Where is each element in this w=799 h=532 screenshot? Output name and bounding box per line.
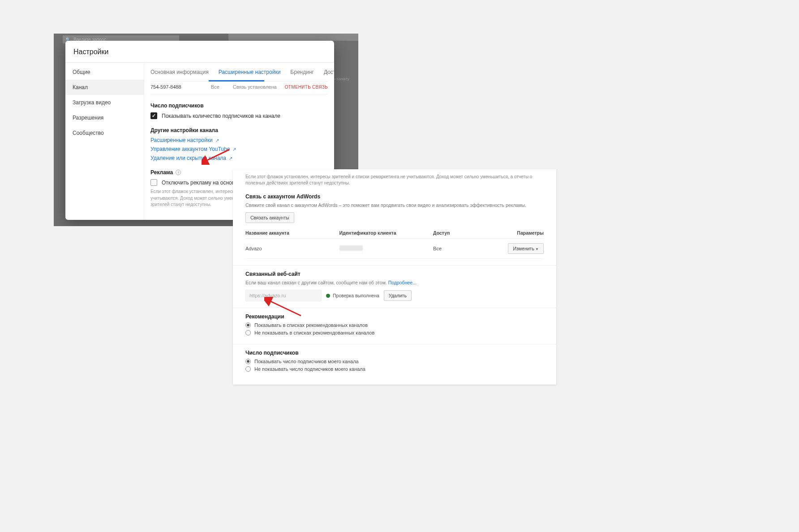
subscribers-count-section: Число подписчиков Показывать число подпи… bbox=[233, 344, 556, 380]
reco-opt-show[interactable]: Показывать в списках рекомендованных кан… bbox=[245, 322, 544, 328]
linked-number-row: 754-597-8488 Все Связь установлена ОТМЕН… bbox=[150, 82, 328, 94]
recommendations-section: Рекомендации Показывать в списках рекоме… bbox=[233, 308, 556, 344]
chevron-right-icon[interactable]: › bbox=[326, 68, 328, 75]
learn-more-link[interactable]: Подробнее... bbox=[388, 280, 417, 285]
subs-opt-show[interactable]: Показывать число подписчиков моего канал… bbox=[245, 359, 544, 364]
delete-website-button[interactable]: Удалить bbox=[384, 290, 412, 301]
row-client-id-blurred bbox=[339, 245, 429, 252]
subs-opt-hide[interactable]: Не показывать число подписчиков моего ка… bbox=[245, 366, 544, 372]
subs-title: Число подписчиков bbox=[150, 103, 328, 109]
adwords-title: Связь с аккаунтом AdWords bbox=[245, 193, 544, 200]
col-account-name: Название аккаунта bbox=[245, 230, 335, 236]
reco-opt1-label: Показывать в списках рекомендованных кан… bbox=[254, 322, 368, 328]
link-text: Расширенные настройки bbox=[150, 137, 213, 143]
link-text: Управление аккаунтом YouTube bbox=[150, 146, 230, 152]
tab-basic[interactable]: Основная информация bbox=[150, 69, 209, 75]
col-client-id: Идентификатор клиента bbox=[339, 230, 429, 236]
external-link-icon: ↗ bbox=[215, 138, 219, 143]
sidenav-channel[interactable]: Канал bbox=[65, 80, 144, 95]
modal-sidenav: Общие Канал Загрузка видео Разрешения Со… bbox=[65, 63, 144, 220]
checkbox-checked-icon[interactable]: ✓ bbox=[150, 112, 157, 119]
top-notice: Если этот флажок установлен, интересы зр… bbox=[233, 169, 556, 188]
website-desc-text: Если ваш канал связан с другим сайтом, с… bbox=[245, 280, 388, 285]
unlink-button[interactable]: ОТМЕНИТЬ СВЯЗЬ bbox=[285, 85, 328, 90]
link-text: Удаление или скрытие канала bbox=[150, 155, 226, 161]
col-params: Параметры bbox=[494, 230, 544, 236]
bg-top-strip bbox=[228, 34, 358, 41]
modal-title: Настройки bbox=[65, 41, 334, 63]
col-access: Доступ bbox=[433, 230, 489, 236]
adwords-table-row: Advazo Все Изменить bbox=[245, 239, 544, 259]
sidenav-upload[interactable]: Загрузка видео bbox=[65, 95, 144, 110]
subs-checkbox-label: Показывать количество подписчиков на кан… bbox=[162, 113, 280, 119]
website-title: Связанный веб-сайт bbox=[245, 271, 544, 277]
help-icon[interactable]: ? bbox=[176, 170, 181, 175]
row-status: Связь установлена bbox=[233, 84, 277, 90]
row-scope: Все bbox=[211, 84, 219, 90]
radio-unchecked-icon[interactable] bbox=[245, 330, 251, 335]
manage-youtube-link[interactable]: Управление аккаунтом YouTube ↗ bbox=[150, 146, 328, 152]
website-url-input[interactable] bbox=[245, 290, 322, 301]
screenshot-advanced-page: Если этот флажок установлен, интересы зр… bbox=[233, 169, 556, 385]
phone-number: 754-597-8488 bbox=[150, 84, 181, 90]
tab-branding[interactable]: Брендинг bbox=[290, 69, 314, 75]
modal-tabs: Основная информация Расширенные настройк… bbox=[150, 63, 328, 82]
bg-right-faint-text: о каналу bbox=[333, 74, 356, 84]
subs-checkbox-row[interactable]: ✓ Показывать количество подписчиков на к… bbox=[150, 112, 328, 119]
radio-unchecked-icon[interactable] bbox=[245, 366, 251, 372]
external-link-icon: ↗ bbox=[232, 147, 236, 152]
edit-dropdown-button[interactable]: Изменить bbox=[508, 243, 544, 254]
reco-opt2-label: Не показывать в списках рекомендованных … bbox=[254, 330, 374, 335]
adwords-section: Связь с аккаунтом AdWords Свяжите свой к… bbox=[233, 188, 556, 266]
sidenav-general[interactable]: Общие bbox=[65, 64, 144, 80]
reco-title: Рекомендации bbox=[245, 313, 544, 320]
adwords-desc: Свяжите свой канал с аккаунтом AdWords –… bbox=[245, 202, 544, 208]
sidenav-permissions[interactable]: Разрешения bbox=[65, 110, 144, 125]
checkbox-unchecked-icon[interactable] bbox=[150, 179, 157, 186]
website-section: Связанный веб-сайт Если ваш канал связан… bbox=[233, 266, 556, 308]
subs2-title: Число подписчиков bbox=[245, 350, 544, 356]
verify-status: Проверка выполнена bbox=[326, 293, 379, 298]
advanced-settings-link[interactable]: Расширенные настройки ↗ bbox=[150, 137, 328, 143]
website-desc: Если ваш канал связан с другим сайтом, с… bbox=[245, 280, 544, 285]
subs-opt1-label: Показывать число подписчиков моего канал… bbox=[254, 359, 359, 364]
radio-checked-icon[interactable] bbox=[245, 359, 251, 364]
verify-text: Проверка выполнена bbox=[333, 293, 379, 298]
row-account-name: Advazo bbox=[245, 246, 335, 251]
row-access: Все bbox=[433, 246, 489, 251]
delete-hide-channel-link[interactable]: Удаление или скрытие канала ↗ bbox=[150, 155, 328, 161]
tab-advanced[interactable]: Расширенные настройки bbox=[219, 69, 281, 75]
radio-checked-icon[interactable] bbox=[245, 322, 251, 328]
other-title: Другие настройки канала bbox=[150, 127, 328, 133]
adwords-table-header: Название аккаунта Идентификатор клиента … bbox=[245, 227, 544, 239]
green-dot-icon bbox=[326, 294, 330, 298]
external-link-icon: ↗ bbox=[229, 156, 232, 161]
sidenav-community[interactable]: Сообщество bbox=[65, 125, 144, 141]
ads-title-text: Реклама bbox=[150, 169, 173, 176]
reco-opt-hide[interactable]: Не показывать в списках рекомендованных … bbox=[245, 330, 544, 335]
link-accounts-button[interactable]: Связать аккаунты bbox=[245, 212, 294, 223]
subs-opt2-label: Не показывать число подписчиков моего ка… bbox=[254, 366, 365, 372]
